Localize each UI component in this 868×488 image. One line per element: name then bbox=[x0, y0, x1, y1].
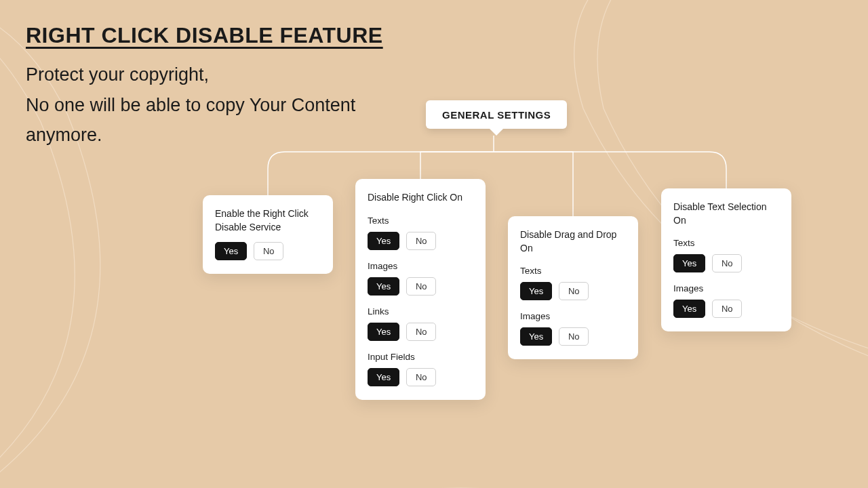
subtitle-line-2: No one will be able to copy Your Content… bbox=[26, 95, 355, 146]
no-button[interactable]: No bbox=[559, 327, 589, 346]
no-button[interactable]: No bbox=[712, 300, 742, 318]
option-texts: Texts Yes No bbox=[520, 266, 626, 300]
card-title: Disable Text Selection On bbox=[673, 201, 779, 227]
option-label: Texts bbox=[673, 238, 779, 248]
yes-button[interactable]: Yes bbox=[673, 300, 705, 318]
card-title: Enable the Right Click Disable Service bbox=[215, 207, 321, 234]
option-images: Images Yes No bbox=[673, 283, 779, 318]
yes-button[interactable]: Yes bbox=[673, 254, 705, 272]
no-button[interactable]: No bbox=[406, 323, 436, 341]
no-button[interactable]: No bbox=[406, 277, 436, 296]
no-button[interactable]: No bbox=[712, 254, 742, 272]
yes-button[interactable]: Yes bbox=[368, 323, 399, 341]
option-links: Links Yes No bbox=[368, 306, 473, 341]
option-images: Images Yes No bbox=[520, 311, 626, 346]
card-title: Disable Right Click On bbox=[368, 191, 473, 205]
no-button[interactable]: No bbox=[254, 242, 283, 260]
page-subtitle: Protect your copyright, No one will be a… bbox=[26, 60, 406, 150]
no-button[interactable]: No bbox=[559, 282, 589, 300]
yes-button[interactable]: Yes bbox=[368, 232, 399, 250]
no-button[interactable]: No bbox=[406, 232, 436, 250]
toggle-enable-service: Yes No bbox=[215, 242, 321, 260]
option-label: Texts bbox=[368, 216, 473, 226]
option-label: Links bbox=[368, 306, 473, 317]
card-enable-service: Enable the Right Click Disable Service Y… bbox=[203, 195, 333, 274]
page-title: RIGHT CLICK DISABLE FEATURE bbox=[26, 23, 383, 48]
option-texts: Texts Yes No bbox=[673, 238, 779, 272]
option-label: Images bbox=[673, 283, 779, 293]
option-label: Input Fields bbox=[368, 352, 473, 362]
yes-button[interactable]: Yes bbox=[520, 282, 552, 300]
yes-button[interactable]: Yes bbox=[215, 242, 247, 260]
option-texts: Texts Yes No bbox=[368, 216, 473, 250]
option-label: Texts bbox=[520, 266, 626, 276]
card-disable-drag-drop: Disable Drag and Drop On Texts Yes No Im… bbox=[508, 216, 638, 359]
option-input-fields: Input Fields Yes No bbox=[368, 352, 473, 386]
no-button[interactable]: No bbox=[406, 368, 436, 386]
subtitle-line-1: Protect your copyright, bbox=[26, 64, 209, 85]
option-label: Images bbox=[368, 261, 473, 271]
yes-button[interactable]: Yes bbox=[368, 368, 399, 386]
card-title: Disable Drag and Drop On bbox=[520, 228, 626, 255]
root-node-general-settings: GENERAL SETTINGS bbox=[426, 100, 567, 129]
yes-button[interactable]: Yes bbox=[368, 277, 399, 296]
card-disable-text-selection: Disable Text Selection On Texts Yes No I… bbox=[661, 188, 791, 331]
card-disable-right-click: Disable Right Click On Texts Yes No Imag… bbox=[355, 179, 486, 400]
option-label: Images bbox=[520, 311, 626, 321]
yes-button[interactable]: Yes bbox=[520, 327, 552, 346]
option-images: Images Yes No bbox=[368, 261, 473, 296]
